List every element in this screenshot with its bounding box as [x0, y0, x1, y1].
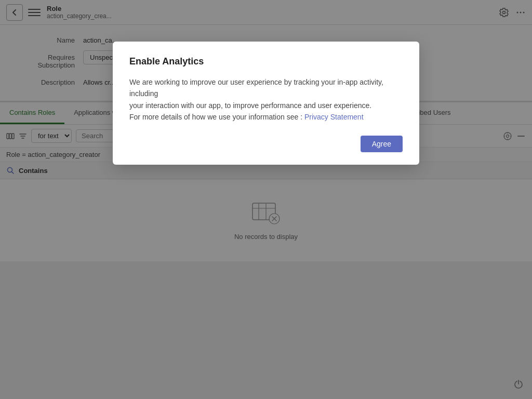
modal-title: Enable Analytics [129, 56, 403, 67]
modal-body: We are working to improve our user exper… [129, 76, 403, 123]
modal-box: Enable Analytics We are working to impro… [113, 42, 419, 165]
modal-overlay: Enable Analytics We are working to impro… [0, 0, 532, 399]
agree-button[interactable]: Agree [361, 136, 403, 152]
privacy-statement-link[interactable]: Privacy Statement [304, 113, 364, 121]
modal-footer: Agree [129, 136, 403, 152]
